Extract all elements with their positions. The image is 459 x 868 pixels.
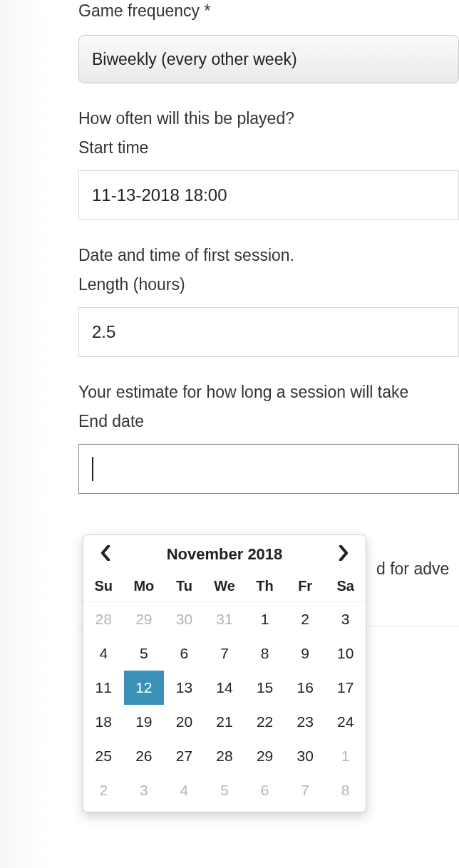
- datepicker-day[interactable]: 28: [205, 739, 245, 773]
- datepicker-day[interactable]: 10: [325, 636, 366, 671]
- datepicker-day[interactable]: 16: [285, 671, 326, 705]
- datepicker-dow: Fr: [285, 574, 326, 602]
- start-time-value: 11-13-2018 18:00: [92, 185, 227, 205]
- datepicker-day[interactable]: 17: [325, 671, 366, 705]
- datepicker-day[interactable]: 26: [124, 739, 165, 773]
- datepicker-day[interactable]: 19: [124, 705, 165, 739]
- datepicker-day[interactable]: 1: [244, 602, 285, 636]
- datepicker-day[interactable]: 28: [83, 602, 124, 636]
- chevron-left-icon: [100, 545, 110, 564]
- start-time-label: Start time: [78, 138, 459, 157]
- end-date-input[interactable]: [78, 444, 459, 494]
- datepicker-dow: Sa: [325, 574, 366, 602]
- start-time-help: Date and time of first session.: [78, 246, 459, 265]
- frequency-label: Game frequency *: [78, 1, 459, 21]
- datepicker-day[interactable]: 11: [83, 671, 124, 705]
- datepicker-day[interactable]: 22: [244, 705, 285, 739]
- datepicker-day[interactable]: 7: [205, 636, 245, 671]
- datepicker-day[interactable]: 4: [83, 636, 124, 671]
- datepicker-day[interactable]: 6: [164, 636, 205, 671]
- start-time-input[interactable]: 11-13-2018 18:00: [78, 170, 459, 220]
- datepicker-day[interactable]: 7: [285, 773, 326, 807]
- text-caret: [92, 457, 93, 481]
- datepicker-next-button[interactable]: [326, 535, 361, 574]
- obscured-help-fragment: d for adve: [376, 559, 449, 579]
- datepicker-day[interactable]: 25: [83, 739, 124, 773]
- chevron-right-icon: [339, 545, 349, 564]
- datepicker-day[interactable]: 20: [164, 705, 205, 739]
- frequency-value: Biweekly (every other week): [92, 50, 297, 69]
- frequency-select[interactable]: Biweekly (every other week): [78, 35, 459, 83]
- datepicker-day[interactable]: 1: [325, 739, 366, 773]
- datepicker-day[interactable]: 3: [124, 773, 165, 807]
- end-date-label: End date: [78, 412, 459, 431]
- datepicker-day[interactable]: 3: [325, 602, 366, 636]
- datepicker-day[interactable]: 24: [325, 705, 366, 739]
- datepicker-day[interactable]: 6: [244, 773, 285, 807]
- length-label: Length (hours): [78, 275, 459, 294]
- datepicker-day[interactable]: 27: [164, 739, 205, 773]
- datepicker-day[interactable]: 2: [83, 773, 124, 807]
- datepicker-dow: Mo: [124, 574, 165, 602]
- datepicker-day[interactable]: 23: [285, 705, 326, 739]
- datepicker-prev-button[interactable]: [88, 535, 123, 574]
- datepicker-day[interactable]: 4: [164, 773, 205, 807]
- datepicker-dow: Tu: [164, 574, 205, 602]
- datepicker-day[interactable]: 31: [205, 602, 245, 636]
- length-input[interactable]: 2.5: [78, 307, 459, 357]
- datepicker-dow: Th: [244, 574, 285, 602]
- datepicker-day[interactable]: 15: [244, 671, 285, 705]
- datepicker-day[interactable]: 2: [285, 602, 326, 636]
- datepicker-day[interactable]: 30: [285, 739, 326, 773]
- datepicker-day[interactable]: 13: [164, 671, 205, 705]
- length-value: 2.5: [92, 322, 115, 342]
- datepicker-day[interactable]: 8: [325, 773, 366, 807]
- datepicker-day[interactable]: 30: [164, 602, 205, 636]
- datepicker-day[interactable]: 5: [205, 773, 245, 807]
- datepicker-day[interactable]: 18: [83, 705, 124, 739]
- datepicker-popover: November 2018 SuMoTuWeThFrSa 28293031123…: [83, 534, 366, 812]
- datepicker-day[interactable]: 14: [205, 671, 245, 705]
- datepicker-day[interactable]: 9: [285, 636, 326, 671]
- datepicker-day[interactable]: 12: [124, 671, 165, 705]
- datepicker-dow: We: [205, 574, 245, 602]
- length-help: Your estimate for how long a session wil…: [78, 383, 459, 402]
- datepicker-day[interactable]: 29: [124, 602, 165, 636]
- datepicker-title: November 2018: [167, 545, 283, 564]
- datepicker-dow: Su: [83, 574, 124, 602]
- frequency-help: How often will this be played?: [78, 109, 459, 128]
- datepicker-day[interactable]: 29: [244, 739, 285, 773]
- datepicker-day[interactable]: 8: [244, 636, 285, 671]
- datepicker-day[interactable]: 5: [124, 636, 165, 671]
- datepicker-day[interactable]: 21: [205, 705, 245, 739]
